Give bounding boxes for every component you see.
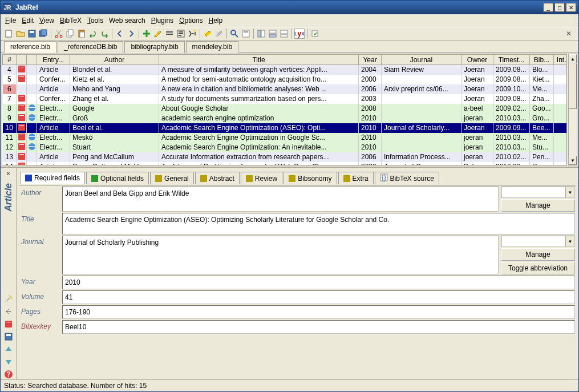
scroll-up-icon[interactable]: ▲ [569, 54, 577, 63]
table-row[interactable]: 13ArticlePeng and McCallumAccurate Infor… [3, 152, 568, 162]
mark-icon[interactable] [203, 29, 213, 39]
pdf-icon[interactable] [18, 114, 25, 121]
open-icon[interactable] [15, 29, 26, 39]
save-icon[interactable] [27, 29, 37, 39]
back-icon[interactable] [115, 29, 125, 39]
pdf-icon[interactable] [18, 163, 25, 166]
toolbar-close-icon[interactable]: ✕ [562, 30, 575, 38]
table-row[interactable]: 9Electr...Großacademic search engine opt… [3, 114, 568, 123]
down-icon[interactable] [3, 357, 14, 367]
redo-icon[interactable] [99, 29, 110, 39]
pages-input[interactable] [62, 305, 575, 319]
col-header-4[interactable]: Author [70, 55, 159, 65]
cut-icon[interactable] [54, 29, 64, 39]
table-scrollbar[interactable]: ▲ ▼ [568, 54, 577, 165]
title-input[interactable] [62, 213, 575, 235]
db-tab-bibliographybib[interactable]: bibliography.bib [124, 41, 184, 52]
maximize-button[interactable]: □ [554, 3, 565, 12]
pdf-icon[interactable] [18, 124, 25, 131]
edit-strings-icon[interactable] [164, 29, 175, 39]
journal-input[interactable] [62, 236, 499, 274]
table-row[interactable]: 10ArticleBeel et al.Academic Search Engi… [3, 123, 568, 133]
globe-icon[interactable] [29, 143, 35, 150]
scroll-thumb[interactable] [569, 63, 577, 109]
pdf-icon[interactable] [3, 319, 14, 329]
forward-icon[interactable] [126, 29, 136, 39]
col-header-3[interactable]: Entry... [37, 55, 70, 65]
menu-file[interactable]: File [5, 17, 16, 25]
push-icon[interactable] [310, 29, 320, 39]
globe-icon[interactable] [29, 104, 35, 111]
col-header-6[interactable]: Year [359, 55, 382, 65]
editor-tab-optional-fields[interactable]: Optional fields [86, 172, 149, 184]
menu-view[interactable]: View [39, 17, 54, 25]
play-icon[interactable] [30, 124, 34, 130]
pdf-icon[interactable] [18, 143, 25, 150]
menu-bibtex[interactable]: BibTeX [60, 17, 82, 25]
save-entry-icon[interactable] [3, 332, 14, 342]
author-manage-button[interactable]: Manage [501, 199, 575, 212]
minimize-button[interactable]: _ [543, 3, 553, 12]
journal-manage-button[interactable]: Manage [501, 248, 575, 261]
toggle-entry-icon[interactable] [268, 29, 278, 39]
search-icon[interactable] [229, 29, 240, 39]
save-all-icon[interactable] [38, 29, 48, 39]
unmark-icon[interactable] [214, 29, 224, 39]
new-entry-icon[interactable] [141, 29, 152, 39]
author-combo[interactable]: ▼ [501, 187, 575, 198]
pdf-icon[interactable] [18, 75, 25, 82]
globe-icon[interactable] [29, 134, 35, 140]
table-row[interactable]: 14ArticleRuma Dutta and Mukho...An Advan… [3, 162, 568, 166]
col-header-0[interactable]: # [3, 55, 17, 65]
table-row[interactable]: 8Electr...GoogleAbout Google Scholar2008… [3, 104, 568, 114]
table-row[interactable]: 6ArticleMeho and YangA new era in citati… [3, 84, 568, 94]
editor-tab-bibtex-source[interactable]: {}BibTeX source [375, 172, 439, 184]
toggle-groups-icon[interactable] [256, 29, 266, 39]
paste-icon[interactable] [76, 29, 87, 39]
menu-plugins[interactable]: Plugins [151, 17, 173, 25]
col-header-10[interactable]: Bib... [530, 55, 554, 65]
pdf-icon[interactable] [18, 66, 25, 72]
scroll-down-icon[interactable]: ▼ [569, 156, 577, 165]
wand-icon[interactable] [3, 294, 14, 304]
editor-tab-abstract[interactable]: Abstract [195, 172, 240, 184]
menu-help[interactable]: Help [209, 17, 223, 25]
col-header-11[interactable]: Int... [554, 55, 568, 65]
bibtexkey-input[interactable] [62, 320, 575, 334]
pdf-icon[interactable] [18, 95, 25, 102]
editor-tab-general[interactable]: General [150, 172, 194, 184]
col-header-9[interactable]: Timest... [493, 55, 530, 65]
author-input[interactable] [62, 187, 499, 212]
pdf-icon[interactable] [18, 104, 25, 111]
autogen-key-icon[interactable] [187, 29, 197, 39]
edit-preamble-icon[interactable] [176, 29, 186, 39]
undo-icon[interactable] [88, 29, 98, 39]
menu-websearch[interactable]: Web search [109, 17, 145, 25]
table-row[interactable]: 7Confer...Zhang et al.A study for docume… [3, 94, 568, 104]
help-icon[interactable]: ? [3, 369, 14, 379]
menu-edit[interactable]: Edit [22, 17, 34, 25]
entry-table[interactable]: #Entry...AuthorTitleYearJournalOwnerTime… [2, 54, 567, 165]
volume-input[interactable] [62, 290, 575, 304]
editor-tab-required-fields[interactable]: Required fields [20, 172, 85, 184]
pdf-icon[interactable] [18, 153, 25, 160]
globe-icon[interactable] [29, 114, 35, 121]
copy-icon[interactable] [65, 29, 75, 39]
col-header-5[interactable]: Title [159, 55, 359, 65]
preview-icon[interactable] [241, 29, 251, 39]
col-header-1[interactable] [17, 55, 27, 65]
col-header-7[interactable]: Journal [382, 55, 461, 65]
menu-tools[interactable]: Tools [87, 17, 103, 25]
close-button[interactable]: ✕ [566, 3, 576, 12]
table-row[interactable]: 4ArticleBlondel et al.A measure of simil… [3, 65, 568, 75]
table-row[interactable]: 5Confer...Kietz et al.A method for semi-… [3, 75, 568, 84]
table-row[interactable]: 12Electr...StuartAcademic Search Engine … [3, 143, 568, 152]
menu-options[interactable]: Options [179, 17, 203, 25]
toggle-preview-icon[interactable] [279, 29, 289, 39]
new-db-icon[interactable] [4, 29, 14, 39]
edit-entry-icon[interactable] [153, 29, 163, 39]
prev-entry-icon[interactable] [3, 306, 14, 317]
table-row[interactable]: 11Electr...MeskóAcademic Search Engine O… [3, 133, 568, 143]
pdf-icon[interactable] [18, 134, 25, 140]
editor-close-icon[interactable]: ✕ [6, 170, 11, 177]
